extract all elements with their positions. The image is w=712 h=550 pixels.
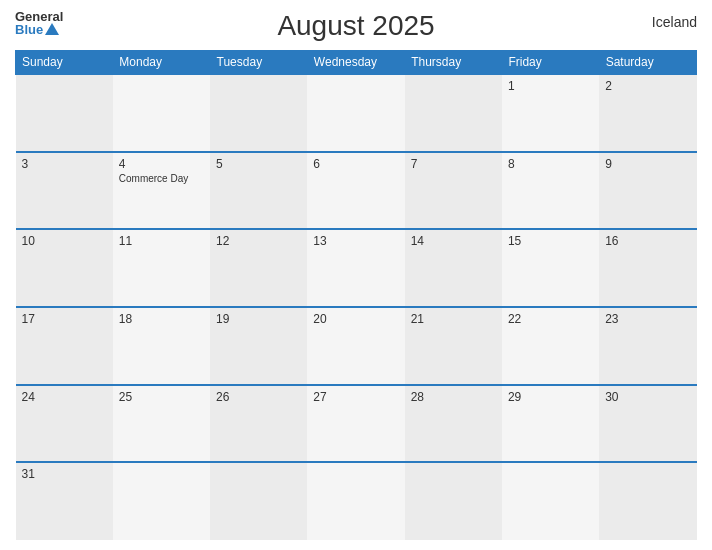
day-number: 9 <box>605 157 612 171</box>
calendar-cell: 24 <box>16 385 113 463</box>
calendar-cell: 7 <box>405 152 502 230</box>
day-number: 25 <box>119 390 132 404</box>
calendar-week-row: 10111213141516 <box>16 229 697 307</box>
calendar-week-row: 24252627282930 <box>16 385 697 463</box>
calendar-table: Sunday Monday Tuesday Wednesday Thursday… <box>15 50 697 540</box>
day-number: 13 <box>313 234 326 248</box>
day-number: 10 <box>22 234 35 248</box>
calendar-cell: 12 <box>210 229 307 307</box>
calendar-cell <box>405 462 502 540</box>
day-number: 4 <box>119 157 126 171</box>
header-friday: Friday <box>502 51 599 75</box>
calendar-cell <box>16 74 113 152</box>
day-number: 21 <box>411 312 424 326</box>
calendar-cell: 3 <box>16 152 113 230</box>
logo-blue-row: Blue <box>15 23 59 36</box>
calendar-cell <box>113 462 210 540</box>
header-thursday: Thursday <box>405 51 502 75</box>
day-number: 28 <box>411 390 424 404</box>
calendar-week-row: 12 <box>16 74 697 152</box>
calendar-week-row: 17181920212223 <box>16 307 697 385</box>
calendar-cell: 6 <box>307 152 404 230</box>
day-number: 6 <box>313 157 320 171</box>
calendar-cell: 19 <box>210 307 307 385</box>
day-number: 19 <box>216 312 229 326</box>
day-number: 18 <box>119 312 132 326</box>
calendar-cell: 18 <box>113 307 210 385</box>
day-number: 5 <box>216 157 223 171</box>
calendar-cell: 9 <box>599 152 696 230</box>
country-label: Iceland <box>652 14 697 30</box>
calendar-cell: 20 <box>307 307 404 385</box>
day-number: 31 <box>22 467 35 481</box>
day-number: 24 <box>22 390 35 404</box>
header-wednesday: Wednesday <box>307 51 404 75</box>
calendar-cell: 11 <box>113 229 210 307</box>
calendar-cell <box>210 462 307 540</box>
day-number: 8 <box>508 157 515 171</box>
day-number: 1 <box>508 79 515 93</box>
calendar-week-row: 34Commerce Day56789 <box>16 152 697 230</box>
calendar-page: General Blue August 2025 Iceland Sunday … <box>0 0 712 550</box>
calendar-cell: 8 <box>502 152 599 230</box>
day-number: 22 <box>508 312 521 326</box>
calendar-cell: 4Commerce Day <box>113 152 210 230</box>
logo-triangle-icon <box>45 23 59 35</box>
calendar-cell: 22 <box>502 307 599 385</box>
day-number: 17 <box>22 312 35 326</box>
logo-blue-text: Blue <box>15 23 43 36</box>
calendar-cell <box>599 462 696 540</box>
calendar-cell: 30 <box>599 385 696 463</box>
calendar-cell: 1 <box>502 74 599 152</box>
calendar-cell: 14 <box>405 229 502 307</box>
calendar-cell: 5 <box>210 152 307 230</box>
holiday-label: Commerce Day <box>119 173 204 184</box>
calendar-cell <box>210 74 307 152</box>
calendar-cell: 13 <box>307 229 404 307</box>
day-number: 2 <box>605 79 612 93</box>
header-saturday: Saturday <box>599 51 696 75</box>
calendar-cell <box>307 462 404 540</box>
calendar-cell: 15 <box>502 229 599 307</box>
calendar-cell: 16 <box>599 229 696 307</box>
day-number: 20 <box>313 312 326 326</box>
logo: General Blue <box>15 10 63 36</box>
day-number: 26 <box>216 390 229 404</box>
calendar-cell: 17 <box>16 307 113 385</box>
calendar-cell: 23 <box>599 307 696 385</box>
calendar-cell: 28 <box>405 385 502 463</box>
header-tuesday: Tuesday <box>210 51 307 75</box>
calendar-cell: 29 <box>502 385 599 463</box>
day-number: 11 <box>119 234 132 248</box>
header-monday: Monday <box>113 51 210 75</box>
day-number: 27 <box>313 390 326 404</box>
weekday-header-row: Sunday Monday Tuesday Wednesday Thursday… <box>16 51 697 75</box>
header-sunday: Sunday <box>16 51 113 75</box>
calendar-cell <box>502 462 599 540</box>
calendar-cell: 26 <box>210 385 307 463</box>
day-number: 15 <box>508 234 521 248</box>
day-number: 12 <box>216 234 229 248</box>
day-number: 30 <box>605 390 618 404</box>
calendar-cell: 10 <box>16 229 113 307</box>
calendar-cell: 25 <box>113 385 210 463</box>
day-number: 29 <box>508 390 521 404</box>
calendar-cell <box>113 74 210 152</box>
day-number: 16 <box>605 234 618 248</box>
calendar-cell <box>307 74 404 152</box>
calendar-cell: 31 <box>16 462 113 540</box>
calendar-cell: 27 <box>307 385 404 463</box>
day-number: 3 <box>22 157 29 171</box>
calendar-week-row: 31 <box>16 462 697 540</box>
day-number: 7 <box>411 157 418 171</box>
day-number: 23 <box>605 312 618 326</box>
calendar-cell: 21 <box>405 307 502 385</box>
page-title: August 2025 <box>277 10 434 42</box>
calendar-cell: 2 <box>599 74 696 152</box>
day-number: 14 <box>411 234 424 248</box>
calendar-cell <box>405 74 502 152</box>
calendar-header: General Blue August 2025 Iceland <box>15 10 697 42</box>
